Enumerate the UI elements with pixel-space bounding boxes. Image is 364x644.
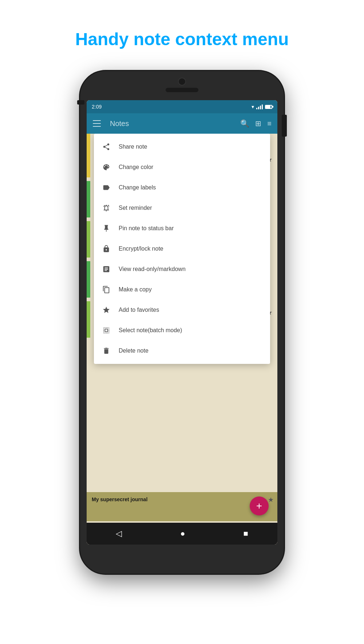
menu-item-add-favorites[interactable]: Add to favorites — [94, 300, 270, 320]
pin-note-label: Pin note to status bar — [119, 225, 174, 232]
home-button[interactable]: ● — [180, 529, 185, 538]
menu-item-set-reminder[interactable]: Set reminder — [94, 198, 270, 218]
status-bar: 2:09 ▾ — [87, 100, 277, 113]
note-card-bottom: ★ My supersecret journal — [87, 492, 277, 521]
status-time: 2:09 — [92, 104, 102, 110]
phone-screen: 2:09 ▾ — [87, 100, 277, 545]
change-color-label: Change color — [119, 164, 153, 170]
encrypt-lock-label: Encrypt/lock note — [119, 246, 163, 252]
hamburger-menu-icon[interactable] — [92, 119, 101, 128]
battery-icon — [265, 105, 272, 109]
change-labels-label: Change labels — [119, 184, 156, 191]
phone-top-area — [166, 78, 198, 92]
select-batch-label: Select note(batch mode) — [119, 327, 182, 334]
signal-icon — [256, 105, 263, 109]
menu-item-view-readonly[interactable]: View read-only/markdown — [94, 259, 270, 279]
menu-item-change-labels[interactable]: Change labels — [94, 177, 270, 198]
share-icon — [101, 142, 111, 152]
palette-icon — [101, 162, 111, 172]
fab-plus-icon: + — [256, 500, 262, 512]
notes-background: ★ ★ Share note — [87, 134, 277, 545]
menu-item-select-batch[interactable]: Select note(batch mode) — [94, 320, 270, 341]
app-toolbar: Notes 🔍 ⊞ ≡ — [87, 113, 277, 134]
bottom-navigation: ◁ ● ■ — [87, 523, 277, 545]
wifi-icon: ▾ — [252, 104, 254, 110]
star-icon — [101, 305, 111, 315]
phone-device: 2:09 ▾ — [80, 71, 284, 574]
back-button[interactable]: ◁ — [116, 529, 122, 538]
note-strip-lime2 — [87, 301, 90, 338]
alarm-icon — [101, 203, 111, 213]
menu-item-share-note[interactable]: Share note — [94, 137, 270, 157]
page-title: Handy note context menu — [61, 29, 304, 49]
context-menu: Share note Change color — [94, 134, 270, 364]
power-button — [282, 115, 287, 137]
make-copy-label: Make a copy — [119, 286, 152, 293]
label-icon — [101, 182, 111, 193]
select-batch-icon — [101, 325, 111, 335]
note-strip-green2 — [87, 261, 90, 298]
status-icons: ▾ — [252, 104, 272, 110]
sort-icon[interactable]: ≡ — [267, 119, 272, 128]
menu-item-change-color[interactable]: Change color — [94, 157, 270, 177]
menu-item-pin-note[interactable]: Pin note to status bar — [94, 218, 270, 239]
note-card-star-icon: ★ — [268, 496, 274, 504]
copy-icon — [101, 284, 111, 295]
share-note-label: Share note — [119, 144, 147, 150]
note-strip-green — [87, 181, 90, 217]
article-icon — [101, 264, 111, 274]
camera — [178, 78, 186, 86]
pin-icon — [101, 223, 111, 233]
delete-note-label: Delete note — [119, 347, 149, 354]
menu-item-encrypt-lock[interactable]: Encrypt/lock note — [94, 239, 270, 259]
lock-icon — [101, 244, 111, 254]
set-reminder-label: Set reminder — [119, 205, 152, 211]
recents-button[interactable]: ■ — [244, 529, 248, 538]
note-strip-lime — [87, 221, 90, 258]
menu-item-delete-note[interactable]: Delete note — [94, 341, 270, 361]
menu-item-make-copy[interactable]: Make a copy — [94, 279, 270, 300]
note-strip-yellow — [87, 134, 90, 177]
volume-button — [77, 100, 84, 105]
speaker — [166, 88, 198, 92]
toolbar-actions: 🔍 ⊞ ≡ — [240, 119, 272, 128]
fab-add-button[interactable]: + — [250, 496, 269, 515]
grid-view-icon[interactable]: ⊞ — [255, 119, 261, 128]
add-favorites-label: Add to favorites — [119, 307, 159, 313]
delete-icon — [101, 346, 111, 356]
phone-frame: 2:09 ▾ — [80, 71, 284, 574]
search-icon[interactable]: 🔍 — [240, 119, 249, 128]
toolbar-title: Notes — [110, 119, 234, 128]
view-readonly-label: View read-only/markdown — [119, 266, 186, 272]
note-card-title: My supersecret journal — [92, 496, 272, 502]
